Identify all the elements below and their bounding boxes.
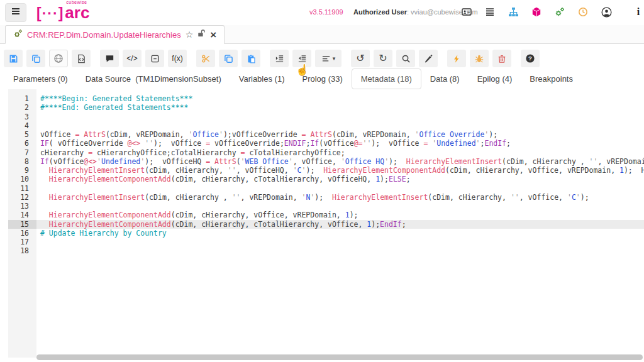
list-icon[interactable] (484, 6, 496, 18)
process-gears-icon (13, 29, 23, 41)
run-button[interactable] (447, 50, 466, 67)
cube-icon[interactable] (531, 6, 542, 18)
code-line[interactable] (40, 184, 644, 193)
code-line[interactable]: HierarchyElementComponentAdd(cDim, cHier… (36, 220, 644, 229)
line-number[interactable]: 4 (8, 121, 29, 130)
undo-icon: ↺ (356, 53, 364, 63)
code-line[interactable]: HierarchyElementComponentAdd(cDim, cHier… (40, 211, 644, 219)
version-label: v3.5.11909 (309, 8, 343, 16)
chevron-down-icon: ▾ (333, 55, 336, 62)
line-number[interactable]: 9 (8, 166, 29, 175)
line-number-gutter[interactable]: 123456789101112131415161718 (8, 89, 36, 358)
tab-variables[interactable]: Variables (1) (230, 69, 294, 89)
unlock-icon[interactable] (197, 29, 206, 40)
line-number[interactable]: 13 (8, 202, 29, 211)
horizontal-scrollbar-thumb[interactable] (36, 354, 643, 360)
code-line[interactable] (40, 202, 644, 211)
document-tab-title: CRM:REP.Dim.Domain.UpdateHierarchies (27, 30, 181, 40)
info-icon[interactable]: i (633, 6, 644, 18)
code-line[interactable]: cHierarchy = cHierarchyOffice;cTotalHier… (40, 148, 644, 157)
code-line[interactable]: HierarchyElementComponentAdd(cDim, cHier… (40, 175, 644, 184)
tab-data-source[interactable]: Data Source (TM1DimensionSubset) (77, 69, 230, 89)
line-number[interactable]: 12 (8, 193, 29, 202)
code-line[interactable] (40, 246, 644, 255)
copy-object-button[interactable] (26, 50, 45, 67)
function-button[interactable]: f(x) (168, 50, 187, 67)
line-number[interactable]: 5 (8, 130, 29, 139)
globe-button[interactable] (49, 50, 68, 67)
cut-button[interactable] (196, 50, 215, 67)
code-line[interactable]: vOffice = AttrS(cDim, vREPDomain, 'Offic… (40, 130, 644, 139)
toolbar: </> f(x) ▾ ↺ ↻ (0, 44, 644, 68)
close-tab-icon[interactable]: × (210, 30, 216, 40)
breakpoint-gutter[interactable] (0, 89, 8, 362)
code-line[interactable]: HierarchyElementInsert(cDim, cHierarchy,… (40, 166, 644, 175)
section-tabs: Parameters (0)Data Source (TM1DimensionS… (0, 68, 644, 89)
outdent-button[interactable] (292, 50, 311, 67)
save-button[interactable] (4, 50, 23, 67)
horizontal-scrollbar[interactable] (36, 354, 643, 360)
code-line[interactable] (40, 238, 644, 246)
code-line[interactable] (40, 112, 644, 121)
top-bar: [···] cubewise arc v3.5.11909 Authorized… (0, 0, 644, 25)
tab-breakpoints[interactable]: Breakpoints (521, 69, 582, 89)
edit-button[interactable] (419, 50, 438, 67)
code-line[interactable]: HierarchyElementInsert(cDim, cHierarchy … (40, 193, 644, 202)
cubewise-arc-logo[interactable]: [···] cubewise arc (36, 4, 89, 21)
undo-button[interactable]: ↺ (351, 50, 370, 67)
tab-prolog[interactable]: Prolog (33) (293, 69, 351, 89)
redo-button[interactable]: ↻ (374, 50, 392, 67)
line-number[interactable]: 17 (8, 238, 29, 246)
tab-parameters[interactable]: Parameters (0) (4, 69, 77, 89)
code-button[interactable]: </> (123, 50, 142, 67)
address-card-icon[interactable] (461, 6, 472, 18)
tab-data[interactable]: Data (8) (421, 69, 469, 89)
tab-metadata[interactable]: Metadata (18) (352, 69, 421, 89)
code-glyph: </> (126, 54, 137, 63)
line-number[interactable]: 2 (8, 103, 29, 112)
code-area[interactable]: #****Begin: Generated Statements***#****… (36, 89, 644, 362)
copy-button[interactable] (219, 50, 238, 67)
code-line[interactable]: If(vOffice@<>'Undefined'); vOfficeHQ = A… (40, 157, 644, 166)
svg-text:?: ? (528, 55, 532, 62)
line-number[interactable]: 11 (8, 184, 29, 193)
redo-icon: ↻ (379, 53, 387, 63)
help-button[interactable]: ? (521, 50, 540, 67)
line-number[interactable]: 18 (8, 246, 29, 255)
line-number[interactable]: 7 (8, 148, 29, 157)
user-icon[interactable] (601, 6, 612, 18)
logo-cubewise-text: cubewise (66, 0, 87, 4)
delete-button[interactable] (492, 50, 511, 67)
line-number[interactable]: 3 (8, 112, 29, 121)
cogs-icon[interactable] (554, 6, 565, 18)
comment-button[interactable] (100, 50, 119, 67)
code-line[interactable]: # Update Hierarchy by Country (40, 229, 644, 238)
line-number[interactable]: 15 (8, 220, 36, 229)
align-options-button[interactable]: ▾ (315, 50, 341, 67)
code-line[interactable]: #****End: Generated Statements**** (40, 103, 644, 112)
document-tab-process[interactable]: CRM:REP.Dim.Domain.UpdateHierarchies ☆ × (5, 25, 225, 44)
code-line[interactable] (40, 121, 644, 130)
menu-button[interactable] (5, 3, 26, 22)
document-tab-strip: CRM:REP.Dim.Domain.UpdateHierarchies ☆ × (0, 25, 644, 44)
file-code-button[interactable] (72, 50, 91, 67)
tab-epilog[interactable]: Epilog (4) (469, 69, 521, 89)
sitemap-icon[interactable] (508, 6, 519, 18)
line-number[interactable]: 10 (8, 175, 29, 184)
code-line[interactable]: #****Begin: Generated Statements*** (40, 94, 644, 103)
line-number[interactable]: 16 (8, 229, 29, 238)
clock-icon[interactable] (577, 6, 589, 18)
indent-button[interactable] (270, 50, 289, 67)
favorite-star-icon[interactable]: ☆ (186, 30, 194, 40)
collapse-button[interactable] (145, 50, 164, 67)
debug-button[interactable] (470, 50, 489, 67)
line-number[interactable]: 14 (8, 211, 29, 219)
code-line[interactable]: IF( vOfficeOverride @<> ''); vOffice = v… (40, 139, 644, 148)
authorized-user: Authorized User: vviau@cubewise.com (353, 8, 478, 16)
line-number[interactable]: 1 (8, 94, 29, 103)
search-button[interactable] (396, 50, 415, 67)
line-number[interactable]: 6 (8, 139, 29, 148)
script-editor[interactable]: 123456789101112131415161718 #****Begin: … (0, 89, 644, 362)
line-number[interactable]: 8 (8, 157, 29, 166)
paste-button[interactable] (242, 50, 260, 67)
